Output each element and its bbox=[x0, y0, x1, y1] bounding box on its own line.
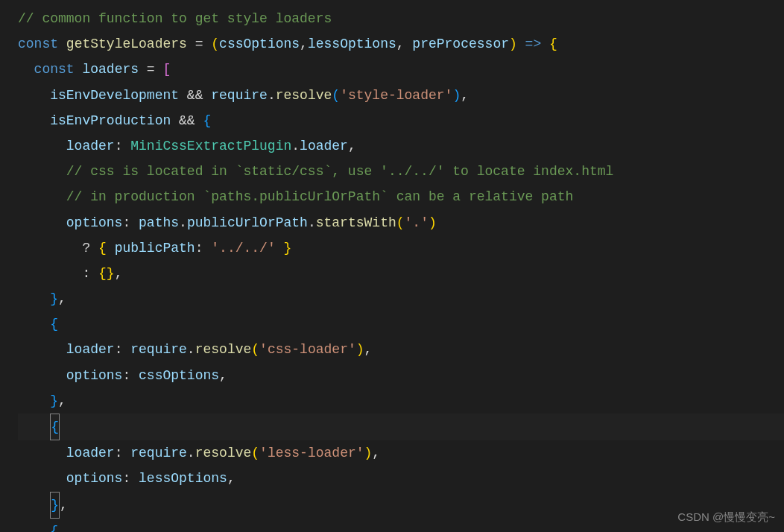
identifier: cssOptions bbox=[139, 368, 219, 383]
comment: // common function to get style loaders bbox=[18, 11, 332, 26]
watermark: CSDN @慢慢变亮~ bbox=[677, 507, 775, 528]
keyword: const bbox=[34, 62, 75, 77]
code-line: }, bbox=[18, 388, 784, 414]
bracket-match-highlight: } bbox=[50, 492, 60, 519]
string-literal: 'css-loader' bbox=[259, 342, 356, 357]
code-line: options: paths.publicUrlOrPath.startsWit… bbox=[18, 210, 784, 235]
property: publicPath bbox=[115, 241, 195, 256]
code-line: // common function to get style loaders bbox=[18, 6, 784, 31]
code-line: ? { publicPath: '../../' } bbox=[18, 235, 784, 261]
string-literal: 'style-loader' bbox=[340, 88, 452, 103]
code-line: : {}, bbox=[18, 261, 784, 286]
class-name: MiniCssExtractPlugin bbox=[130, 139, 291, 153]
code-line: loader: MiniCssExtractPlugin.loader, bbox=[18, 133, 784, 159]
property: loader bbox=[66, 446, 115, 460]
code-line: const getStyleLoaders = (cssOptions,less… bbox=[18, 31, 784, 57]
identifier: lessOptions bbox=[139, 471, 227, 486]
code-line: isEnvDevelopment && require.resolve('sty… bbox=[18, 83, 784, 108]
cursor-selection: { bbox=[50, 414, 60, 440]
property: options bbox=[66, 471, 123, 486]
parameter: cssOptions bbox=[219, 37, 300, 51]
string-literal: '.' bbox=[405, 215, 429, 230]
code-line: loader: require.resolve('css-loader'), bbox=[18, 337, 784, 362]
property: loader bbox=[66, 342, 115, 357]
code-line: // css is located in `static/css`, use '… bbox=[18, 159, 784, 184]
identifier: isEnvDevelopment bbox=[50, 88, 179, 103]
code-line: // in production `paths.publicUrlOrPath`… bbox=[18, 184, 784, 209]
code-line: }, bbox=[18, 286, 784, 311]
parameter: lessOptions bbox=[308, 37, 396, 51]
code-line: options: lessOptions, bbox=[18, 466, 784, 491]
code-line: isEnvProduction && { bbox=[18, 108, 784, 133]
string-literal: '../../' bbox=[211, 241, 275, 256]
code-line: options: cssOptions, bbox=[18, 363, 784, 388]
identifier: isEnvProduction bbox=[50, 113, 171, 128]
code-editor[interactable]: // common function to get style loaders … bbox=[18, 6, 784, 532]
code-line: }, bbox=[18, 492, 784, 519]
property: options bbox=[66, 368, 123, 383]
code-line: loader: require.resolve('less-loader'), bbox=[18, 440, 784, 466]
code-line: { bbox=[18, 519, 784, 532]
code-line: { bbox=[18, 311, 784, 337]
code-line: const loaders = [ bbox=[18, 57, 784, 82]
code-line-active: { bbox=[18, 414, 784, 440]
property: loader bbox=[66, 139, 115, 153]
comment: // css is located in `static/css`, use '… bbox=[66, 164, 614, 179]
function-declaration: getStyleLoaders bbox=[66, 37, 187, 51]
parameter: preProcessor bbox=[412, 37, 509, 51]
property: options bbox=[66, 215, 123, 230]
string-literal: 'less-loader' bbox=[259, 446, 364, 460]
comment: // in production `paths.publicUrlOrPath`… bbox=[66, 189, 574, 204]
keyword: const bbox=[18, 37, 58, 51]
variable-declaration: loaders bbox=[82, 62, 139, 77]
